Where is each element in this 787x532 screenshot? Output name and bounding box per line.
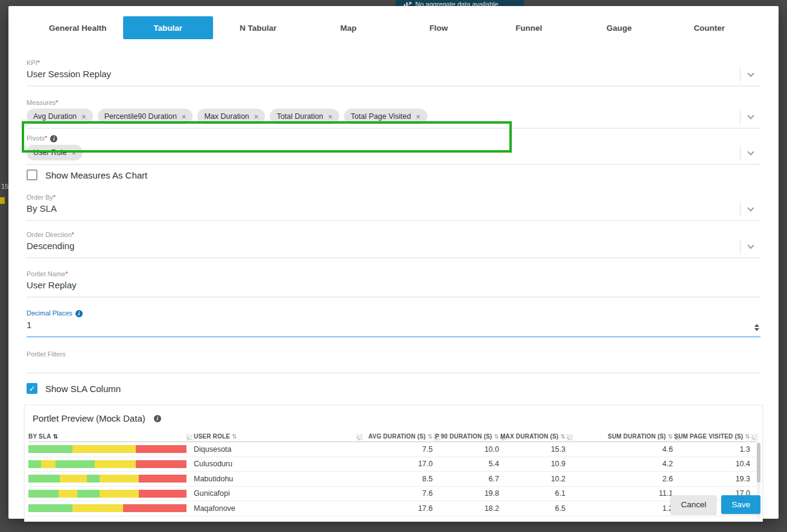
step-down-icon[interactable] [754, 328, 759, 331]
show-sla-column-label: Show SLA Column [45, 384, 121, 394]
table-row: Diqusesota 7.5 10.0 15.3 4.6 1.3 [28, 442, 757, 457]
tab-general-health[interactable]: General Health [33, 16, 123, 39]
kpi-dropdown-toggle[interactable] [740, 68, 760, 81]
sla-segment [136, 445, 186, 453]
sla-segment [41, 460, 56, 468]
chevron-down-icon [747, 112, 754, 119]
order-direction-value[interactable]: Descending [27, 240, 760, 258]
column-header-avg-duration[interactable]: AVG DURATION (S)⇅ [363, 433, 440, 440]
sla-segment [28, 504, 72, 512]
order-by-dropdown-toggle[interactable] [740, 203, 760, 216]
cell-sum-duration: 11.1 [573, 489, 680, 498]
chip-remove-icon[interactable]: × [72, 149, 77, 157]
show-measures-as-chart-label: Show Measures As Chart [45, 170, 147, 180]
portlet-filters-value[interactable] [27, 359, 760, 373]
sla-segment [28, 460, 41, 468]
cell-avg-duration: 7.5 [363, 445, 440, 454]
sla-segment [123, 504, 186, 512]
scrollbar-thumb[interactable] [757, 443, 760, 483]
decimal-places-field[interactable]: Decimal Placesi 1 [27, 309, 760, 337]
show-sla-column-row[interactable]: Show SLA Column [27, 383, 760, 394]
step-up-icon[interactable] [754, 324, 759, 327]
portlet-filters-field[interactable]: Portlet Filters [27, 350, 760, 373]
sla-bar [28, 475, 186, 483]
cell-sum-duration: 4.2 [573, 460, 680, 468]
column-header-by-sla[interactable]: BY SLA⇅ [28, 433, 193, 440]
portlet-preview-card: Portlet Preview (Mock Data) i BY SLA⇅ US… [24, 405, 763, 522]
dialog-footer: Cancel Save [671, 495, 760, 514]
measures-label: Measures* [27, 99, 760, 106]
tab-gauge[interactable]: Gauge [574, 16, 664, 39]
sort-icon: ⇅ [232, 433, 237, 440]
portlet-name-field[interactable]: Portlet Name* User Replay [27, 270, 760, 297]
tab-map[interactable]: Map [304, 16, 394, 39]
preview-table-header: BY SLA⇅ USER ROLE⇅ AVG DURATION (S)⇅ P 9… [28, 429, 757, 442]
chip-remove-icon[interactable]: × [254, 113, 259, 121]
kpi-label: KPI* [27, 59, 760, 66]
number-stepper[interactable] [754, 324, 759, 331]
cell-max-duration: 10.9 [506, 460, 573, 468]
column-resize-handle[interactable] [567, 434, 573, 440]
chip-remove-icon[interactable]: × [182, 113, 186, 121]
tab-n-tabular[interactable]: N Tabular [213, 16, 304, 39]
sla-bar [28, 445, 186, 453]
cell-p90-duration: 6.7 [440, 475, 506, 483]
column-header-sum-page-visited[interactable]: SUM PAGE VISITED (S)⇅ [680, 433, 757, 440]
save-button[interactable]: Save [721, 495, 760, 514]
order-by-value[interactable]: By SLA [27, 203, 760, 220]
cell-max-duration: 10.2 [506, 475, 573, 483]
preview-info-icon[interactable]: i [154, 415, 161, 422]
order-by-select[interactable]: Order By* By SLA [27, 194, 760, 221]
cell-sum-page-visited: 10.4 [680, 460, 757, 468]
decimal-places-value[interactable]: 1 [27, 319, 760, 337]
chip-remove-icon[interactable]: × [416, 113, 421, 121]
chip-remove-icon[interactable]: × [328, 113, 333, 121]
measures-select[interactable]: Measures* Avg Duration× Percentile90 Dur… [27, 99, 760, 128]
sla-segment [56, 460, 95, 468]
tab-tabular[interactable]: Tabular [123, 16, 214, 39]
cell-sum-page-visited: 1.3 [680, 445, 757, 454]
pivots-info-icon[interactable]: i [50, 135, 57, 142]
cell-user-role: Maqafonove [193, 504, 363, 513]
sla-segment [59, 490, 77, 498]
decimal-places-label: Decimal Placesi [27, 309, 760, 317]
cell-avg-duration: 17.0 [363, 460, 440, 468]
order-direction-select[interactable]: Order Direction* Descending [27, 231, 760, 258]
column-header-sum-duration[interactable]: SUM DURATION (S)⇅ [573, 433, 680, 440]
measure-chip: Max Duration× [197, 109, 265, 124]
measures-dropdown-toggle[interactable] [740, 110, 760, 124]
column-resize-handle[interactable] [751, 434, 757, 440]
show-measures-as-chart-row[interactable]: Show Measures As Chart [27, 169, 760, 180]
column-header-p90-duration[interactable]: P 90 DURATION (S)⇅ [440, 433, 506, 440]
show-measures-as-chart-checkbox[interactable] [27, 169, 37, 180]
column-resize-handle[interactable] [357, 434, 363, 440]
decimal-places-info-icon[interactable]: i [75, 310, 83, 317]
portlet-name-value[interactable]: User Replay [27, 279, 760, 297]
tab-flow[interactable]: Flow [394, 16, 484, 39]
tab-counter[interactable]: Counter [664, 16, 755, 39]
kpi-select[interactable]: KPI* User Session Replay [27, 59, 760, 86]
cell-sla [28, 460, 193, 468]
cell-user-role: Diqusesota [193, 445, 363, 454]
column-header-user-role[interactable]: USER ROLE⇅ [193, 433, 363, 440]
order-direction-dropdown-toggle[interactable] [740, 240, 760, 253]
chip-label: User Role [33, 148, 67, 157]
cancel-button[interactable]: Cancel [671, 495, 716, 514]
table-row: Gunicafopi 7.6 19.8 6.1 11.1 17.0 [28, 487, 757, 502]
show-sla-column-checkbox[interactable] [27, 383, 37, 394]
pivots-select[interactable]: Pivots*i User Role× [27, 135, 760, 165]
tab-funnel[interactable]: Funnel [484, 16, 575, 39]
cell-sla [28, 475, 193, 483]
kpi-value[interactable]: User Session Replay [27, 68, 760, 86]
cell-sla [28, 490, 193, 498]
chip-label: Percentile90 Duration [104, 112, 177, 121]
required-marker: * [65, 270, 68, 277]
pivots-dropdown-toggle[interactable] [740, 147, 760, 160]
chip-remove-icon[interactable]: × [81, 113, 86, 121]
table-row: Maqafonove 17.6 18.2 6.5 1.2 5.8 [28, 501, 757, 516]
sla-segment [28, 445, 72, 453]
required-marker: * [37, 59, 40, 66]
column-header-max-duration[interactable]: MAX DURATION (S)⇅ [506, 433, 573, 440]
column-resize-handle[interactable] [186, 434, 193, 440]
cell-sum-duration: 4.6 [573, 445, 680, 454]
